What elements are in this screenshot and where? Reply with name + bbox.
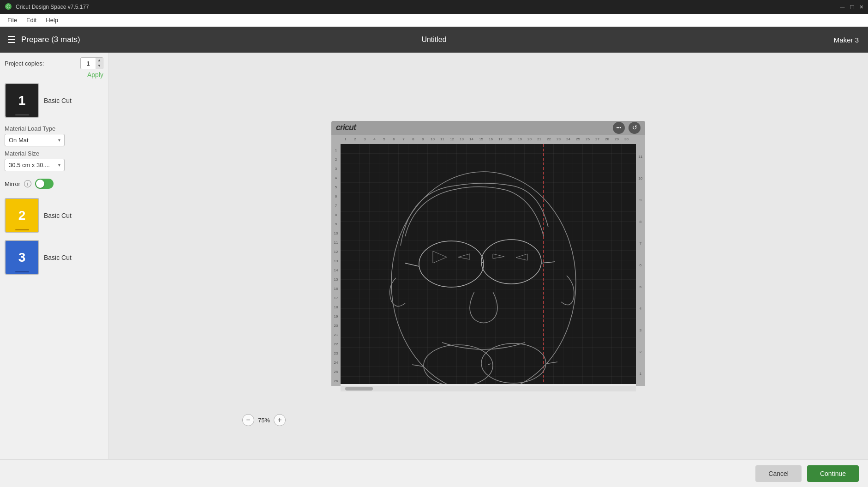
h-ruler-tick: 24 xyxy=(563,137,573,141)
material-load-dropdown[interactable]: On Mat ▾ xyxy=(5,134,65,146)
h-ruler-tick: 13 xyxy=(457,137,467,141)
h-ruler-tick: 3 xyxy=(360,137,370,141)
h-ruler-tick: 15 xyxy=(476,137,486,141)
mat-thumbnail-1: 1 xyxy=(5,83,39,118)
v-ruler-tick: 12 xyxy=(331,247,341,257)
v-ruler-tick: 6 xyxy=(331,192,341,201)
maximize-button[interactable]: □ xyxy=(850,3,854,11)
v-ruler-tick: 23 xyxy=(331,349,341,358)
hamburger-icon[interactable]: ☰ xyxy=(7,34,16,45)
zoom-in-button[interactable]: + xyxy=(274,414,286,426)
mirror-info-icon[interactable]: i xyxy=(24,180,31,187)
h-ruler-tick: 9 xyxy=(418,137,428,141)
close-button[interactable]: × xyxy=(860,3,863,11)
v-ruler-tick: 15 xyxy=(331,275,341,284)
right-ruler-tick: 2 xyxy=(636,341,645,363)
mat-card-3[interactable]: 3 Basic Cut xyxy=(5,240,103,275)
h-ruler-tick: 22 xyxy=(544,137,554,141)
h-ruler-tick: 30 xyxy=(622,137,631,141)
header: ☰ Prepare (3 mats) Untitled Maker 3 xyxy=(0,27,868,53)
v-ruler-tick: 22 xyxy=(331,340,341,349)
main-layout: Project copies: 1 ▲ ▼ Apply 1 Basic Cut xyxy=(0,53,868,459)
continue-button[interactable]: Continue xyxy=(807,465,859,482)
v-ruler-tick: 14 xyxy=(331,266,341,275)
v-ruler-tick: 10 xyxy=(331,229,341,238)
menu-help[interactable]: Help xyxy=(42,16,62,24)
right-ruler-tick: 9 xyxy=(636,189,645,211)
copies-decrement[interactable]: ▼ xyxy=(96,63,103,69)
right-ruler-tick: 1 xyxy=(636,363,645,385)
mirror-label: Mirror xyxy=(5,180,20,187)
right-ruler-tick: 5 xyxy=(636,276,645,298)
v-ruler-tick: 3 xyxy=(331,164,341,174)
svg-text:C: C xyxy=(6,4,10,9)
mat-thumbnail-3: 3 xyxy=(5,240,39,275)
h-ruler-tick: 10 xyxy=(428,137,437,141)
right-ruler: 1110987654321 xyxy=(636,144,645,386)
v-ruler-tick: 26 xyxy=(331,377,341,386)
h-ruler-tick: 11 xyxy=(437,137,447,141)
mat-number-3: 3 xyxy=(18,250,26,265)
material-size-label: Material Size xyxy=(5,150,103,157)
more-options-button[interactable]: ••• xyxy=(613,122,625,134)
app-icon: C xyxy=(5,3,12,12)
mat-label-2: Basic Cut xyxy=(44,212,72,219)
project-copies-input[interactable]: 1 xyxy=(81,59,96,68)
apply-button[interactable]: Apply xyxy=(87,71,103,78)
v-ruler-tick: 4 xyxy=(331,174,341,183)
h-ruler-tick: 27 xyxy=(593,137,602,141)
mat-number-2: 2 xyxy=(18,208,26,223)
v-ruler-tick: 17 xyxy=(331,294,341,303)
menu-edit[interactable]: Edit xyxy=(23,16,40,24)
h-ruler-tick: 17 xyxy=(496,137,505,141)
material-size-section: Material Size 30.5 cm x 30.... ▾ xyxy=(5,150,103,175)
material-size-dropdown[interactable]: 30.5 cm x 30.... ▾ xyxy=(5,159,65,171)
horizontal-scrollbar[interactable] xyxy=(341,386,636,391)
vertical-ruler: 1234567891011121314151617181920212223242… xyxy=(331,144,341,386)
h-ruler-tick: 6 xyxy=(389,137,399,141)
mat-label-3: Basic Cut xyxy=(44,254,72,261)
window-controls[interactable]: ─ □ × xyxy=(840,3,863,11)
zoom-out-button[interactable]: − xyxy=(242,414,254,426)
v-ruler-tick: 11 xyxy=(331,238,341,247)
v-ruler-tick: 19 xyxy=(331,312,341,321)
menu-file[interactable]: File xyxy=(4,16,21,24)
mat-number-1: 1 xyxy=(18,93,26,108)
v-ruler-tick: 8 xyxy=(331,210,341,220)
h-ruler-tick: 18 xyxy=(505,137,515,141)
h-ruler-tick: 26 xyxy=(583,137,593,141)
right-ruler-tick: 7 xyxy=(636,233,645,254)
v-ruler-tick: 13 xyxy=(331,257,341,266)
v-ruler-tick: 21 xyxy=(331,331,341,340)
h-ruler-tick: 8 xyxy=(408,137,418,141)
cancel-button[interactable]: Cancel xyxy=(755,465,802,482)
v-ruler-tick: 9 xyxy=(331,220,341,229)
h-ruler-tick: 23 xyxy=(554,137,563,141)
material-load-value: On Mat xyxy=(9,137,29,144)
material-load-chevron: ▾ xyxy=(58,138,60,143)
v-ruler-tick: 5 xyxy=(331,183,341,192)
right-ruler-tick: 4 xyxy=(636,298,645,319)
copies-increment[interactable]: ▲ xyxy=(96,58,103,63)
app-title: Cricut Design Space v7.5.177 xyxy=(16,4,89,10)
horizontal-ruler: 1234567891011121314151617181920212223242… xyxy=(341,135,636,144)
minimize-button[interactable]: ─ xyxy=(840,3,844,11)
h-ruler-tick: 28 xyxy=(602,137,612,141)
machine-name: Maker 3 xyxy=(834,36,859,44)
h-ruler-tick: 20 xyxy=(525,137,534,141)
mat-card-2[interactable]: 2 Basic Cut xyxy=(5,198,103,233)
bottom-bar: Cancel Continue xyxy=(0,459,868,487)
mat-logo: cricut xyxy=(336,123,356,132)
refresh-button[interactable]: ↺ xyxy=(629,122,641,134)
h-ruler-tick: 21 xyxy=(534,137,544,141)
v-ruler-tick: 25 xyxy=(331,367,341,377)
v-ruler-tick: 20 xyxy=(331,321,341,331)
zoom-level: 75% xyxy=(258,417,270,424)
mirror-toggle[interactable] xyxy=(35,179,54,189)
h-ruler-tick: 4 xyxy=(370,137,379,141)
grid-svg xyxy=(341,144,636,384)
project-copies-spinner[interactable]: 1 ▲ ▼ xyxy=(80,57,103,69)
mat-card-1[interactable]: 1 Basic Cut xyxy=(5,83,103,118)
h-ruler-tick: 29 xyxy=(612,137,622,141)
zoom-controls: − 75% + xyxy=(242,414,286,426)
